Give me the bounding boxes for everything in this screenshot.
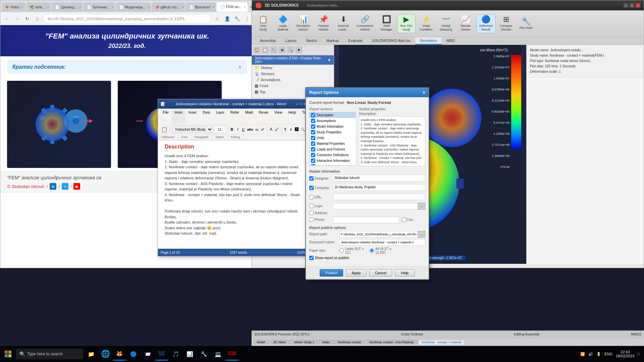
compare-results-button[interactable]: ⊞ CompareResults: [497, 14, 516, 33]
fax-checkbox[interactable]: [402, 218, 406, 222]
browser-tab-modeliran[interactable]: 📄 Моделира... ×: [116, 2, 151, 12]
sidebar-tool-1[interactable]: 🏠: [253, 46, 261, 54]
word-menu-file[interactable]: File: [160, 109, 171, 124]
word-menu-insert[interactable]: Inser: [186, 109, 199, 124]
word-menu-design[interactable]: Desi: [200, 109, 213, 124]
sidebar-tool-2[interactable]: 📋: [262, 46, 269, 54]
section-study-checkbox[interactable]: [311, 130, 315, 134]
report-path-input[interactable]: [339, 231, 418, 238]
designer-input[interactable]: [333, 175, 425, 181]
taskbar-app-5[interactable]: 🎵: [169, 347, 182, 361]
company-input[interactable]: [333, 184, 425, 191]
word-paragraph-button[interactable]: ¶: [283, 126, 287, 133]
refresh-button[interactable]: ↻: [23, 15, 31, 23]
logo-browse-button[interactable]: ...: [418, 203, 425, 209]
youtube-icon[interactable]: ▶: [73, 183, 80, 190]
taskbar-solidworks[interactable]: SW: [225, 347, 239, 361]
designer-checkbox[interactable]: [309, 176, 314, 181]
word-subscript-button[interactable]: x₂: [255, 126, 259, 133]
section-connector-checkbox[interactable]: [311, 153, 315, 157]
word-superscript-button[interactable]: x²: [260, 126, 265, 133]
show-on-publish-checkbox[interactable]: [309, 256, 314, 260]
word-menu-view[interactable]: View: [272, 109, 285, 124]
report-path-browse-button[interactable]: ...: [418, 231, 425, 238]
word-menu-mailings[interactable]: Maili: [243, 109, 256, 124]
home-button[interactable]: ⌂: [33, 15, 41, 23]
section-material-props[interactable]: Material Properties: [310, 141, 356, 146]
tab-evaluate[interactable]: Evaluate: [343, 37, 367, 45]
shell-manager-button[interactable]: 🔲 ShellManager: [377, 14, 396, 33]
url-input[interactable]: [333, 193, 425, 200]
word-paste-button[interactable]: 📋: [161, 126, 168, 133]
taskbar-app-3[interactable]: 🔵: [127, 347, 140, 361]
sw-close-button[interactable]: ×: [636, 3, 640, 8]
taskbar-app-6[interactable]: 📊: [183, 347, 197, 361]
tab-close-cilindri[interactable]: ×: [79, 5, 81, 9]
word-maximize-button[interactable]: □: [300, 102, 302, 106]
tab-simulation[interactable]: Simulation: [415, 37, 442, 45]
simulation-advisor-button[interactable]: 📊 SimulationAdvisor: [293, 14, 313, 33]
section-interaction-checkbox[interactable]: [311, 159, 315, 163]
tab-close-fem[interactable]: ×: [244, 5, 246, 9]
tab-addins[interactable]: SOLIDWORKS Add-Ins: [367, 37, 415, 45]
word-menu-layout[interactable]: Layo: [213, 109, 227, 124]
section-study-props[interactable]: Study Properties: [310, 129, 356, 135]
sw-maximize-button[interactable]: □: [630, 3, 634, 8]
publish-button[interactable]: Publish: [320, 269, 343, 277]
tab-3d-views[interactable]: 3D Views: [270, 340, 290, 345]
global-damping-button[interactable]: 〰 GlobalDamping: [437, 14, 455, 33]
twitter-icon[interactable]: t: [62, 183, 68, 190]
word-content[interactable]: Description Uradili smo 4 FEM analize: 1…: [158, 140, 308, 254]
sidebar-tool-5[interactable]: 🔍: [287, 46, 294, 54]
browser-tab-wheat[interactable]: 🌿 whe... ×: [26, 2, 51, 12]
tab-close-vratimilo[interactable]: ×: [212, 5, 214, 9]
tree-item-history[interactable]: 📁 History: [252, 65, 334, 71]
section-material-checkbox[interactable]: [311, 141, 315, 146]
word-font-size-input[interactable]: [214, 126, 226, 133]
section-collapse-icon[interactable]: ∧: [238, 64, 242, 70]
phone-input[interactable]: [333, 217, 399, 223]
word-underline-button[interactable]: U: [241, 126, 246, 133]
back-button[interactable]: ←: [3, 15, 11, 23]
tab-motion-study[interactable]: Motion Study 1: [290, 340, 318, 345]
taskbar-file-explorer[interactable]: 📁: [85, 347, 98, 361]
tab-close-zupcanci[interactable]: ×: [112, 5, 114, 9]
connections-advisor-button[interactable]: 🔗 ConnectionsAdvisor: [354, 14, 376, 33]
word-font-color-button[interactable]: A: [269, 126, 273, 133]
section-interaction-info[interactable]: Interaction Information: [310, 158, 356, 164]
browser-tab-cilindri[interactable]: 📄 Цилинд... ×: [52, 2, 83, 12]
tab-close-modeliran[interactable]: ×: [148, 5, 150, 9]
extensions-button[interactable]: 🔧: [233, 15, 241, 23]
taskbar-firefox[interactable]: 🦊: [113, 347, 126, 361]
section-loads-fixtures[interactable]: Loads and Fixtures: [310, 146, 356, 152]
dialog-close-button[interactable]: ×: [423, 90, 425, 95]
linkedin-icon[interactable]: in: [50, 183, 56, 190]
taskbar-app-8[interactable]: 💻: [211, 347, 225, 361]
word-font-select[interactable]: Trebuchet MS (Body): [172, 126, 213, 133]
word-menu-home[interactable]: Hom: [172, 109, 185, 124]
letter-radio[interactable]: [339, 248, 344, 253]
company-checkbox[interactable]: [309, 186, 314, 190]
taskbar-app-7[interactable]: 🔧: [197, 347, 211, 361]
tab-markup[interactable]: Markup: [322, 37, 343, 45]
menu-button[interactable]: ⋮: [243, 15, 251, 23]
address-checkbox[interactable]: [309, 211, 314, 215]
logo-checkbox[interactable]: [309, 204, 314, 208]
section-assumptions-checkbox[interactable]: [311, 119, 315, 123]
word-menu-review[interactable]: Revie: [256, 109, 271, 124]
word-search-button[interactable]: 🔍: [300, 126, 306, 133]
word-italic-button[interactable]: I: [235, 126, 240, 133]
section-units-checkbox[interactable]: [311, 136, 315, 140]
section-mesh-info[interactable]: Mesh information: [310, 164, 356, 166]
sidebar-tool-4[interactable]: ⊕: [278, 46, 286, 54]
section-loads-checkbox[interactable]: [311, 147, 315, 152]
tab-close-video[interactable]: ×: [21, 5, 23, 9]
tab-static[interactable]: Static: [318, 340, 333, 345]
section-description[interactable]: Description: [310, 112, 356, 118]
section-model-checkbox[interactable]: [311, 124, 315, 129]
word-highlight-button[interactable]: 🖊: [275, 126, 279, 133]
tree-item-annotations[interactable]: 📝 Annotations: [252, 77, 334, 83]
browser-tab-zupcanci[interactable]: 📄 Зупчани... ×: [84, 2, 115, 12]
apply-material-button[interactable]: 🔷 ApplyMaterial: [274, 14, 292, 33]
tree-item-sensors[interactable]: 📡 Sensors: [252, 71, 334, 77]
